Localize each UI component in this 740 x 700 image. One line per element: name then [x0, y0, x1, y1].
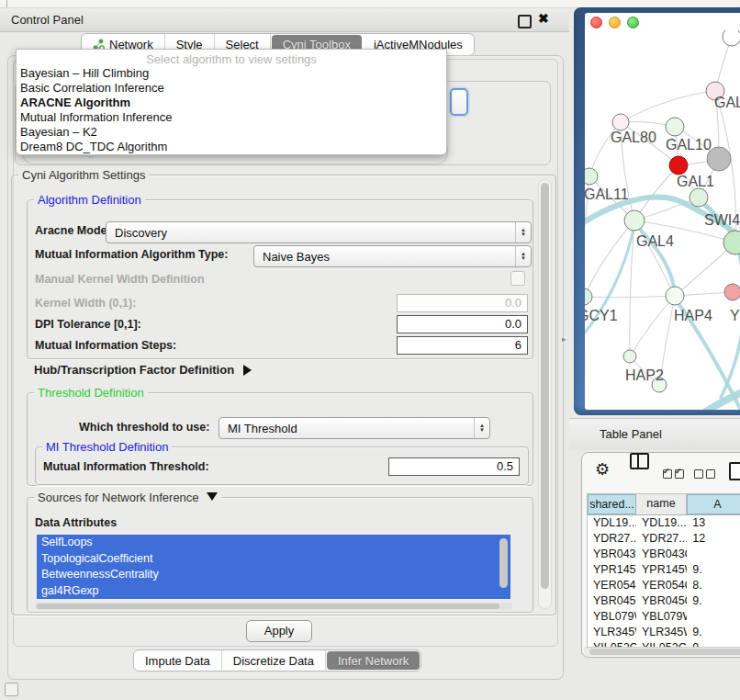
table-cell[interactable]: YLR345W [636, 625, 687, 640]
sources-group-title[interactable]: Sources for Network Inference [34, 491, 221, 504]
network-node-node-red[interactable] [669, 156, 688, 175]
select-all-columns-icon[interactable] [663, 466, 687, 482]
split-columns-icon[interactable] [630, 453, 649, 469]
network-node-GAL10[interactable] [666, 118, 684, 136]
table-cell[interactable]: 13 [687, 515, 740, 531]
table-row[interactable]: YDR27...YDR27...12 [588, 531, 740, 547]
which-threshold-combo[interactable]: MI Threshold ▲▼ [219, 417, 490, 439]
splitter-handle-icon[interactable]: ▸ [562, 334, 566, 344]
gear-icon[interactable]: ⚙ [595, 459, 610, 480]
table-horizontal-scrollbar[interactable] [584, 647, 740, 656]
table-cell[interactable] [687, 547, 740, 562]
hub-transcription-factor-expander[interactable]: Hub/Transcription Factor Definition [34, 363, 252, 377]
table-cell[interactable]: YBL079W [636, 609, 687, 625]
table-hscroll-thumb[interactable] [589, 649, 740, 655]
table-cell[interactable]: YDL19... [636, 515, 687, 531]
top-strip-divider [6, 0, 7, 7]
settings-scrollbar-track[interactable] [538, 179, 552, 609]
dropdown-item-bayesian-hill-climbing[interactable]: Bayesian – Hill Climbing [17, 66, 446, 81]
attributes-horizontal-scrollbar[interactable] [35, 603, 512, 610]
network-node-node-top-partial[interactable] [723, 30, 740, 46]
column-header-shared...[interactable]: shared... [588, 494, 636, 514]
attributes-hscroll-thumb[interactable] [37, 604, 499, 609]
network-node-GCY1[interactable] [585, 288, 592, 305]
table-row[interactable]: YLR345WYLR345W9. [588, 625, 740, 640]
table-row[interactable]: YBR045CYBR045C9. [588, 593, 740, 609]
data-attributes-list[interactable]: SelfLoops TopologicalCoefficient Between… [37, 535, 510, 599]
table-row[interactable]: YBR043CYBR043C [588, 547, 740, 562]
network-canvas[interactable]: GALGAL80GAL10GAL1GAL11SWI4GAL4GCY1HAP4YH… [585, 30, 740, 410]
table-cell[interactable]: 9. [687, 625, 740, 640]
network-view-window[interactable]: GALGAL80GAL10GAL1GAL11SWI4GAL4GCY1HAP4YH… [585, 13, 740, 410]
window-zoom-icon[interactable] [627, 17, 639, 28]
table-row[interactable]: YDL19...YDL19...13 [588, 515, 740, 531]
list-item-betweennesscentrality[interactable]: BetweennessCentrality [37, 567, 510, 583]
table-cell[interactable]: YBR045C [588, 593, 636, 609]
list-item-gal4rgexp[interactable]: gal4RGexp [37, 583, 510, 600]
network-node-HAP2[interactable] [623, 350, 636, 363]
tab-infer-network[interactable]: Infer Network [327, 651, 420, 670]
table-cell[interactable]: YIL052C [588, 640, 636, 647]
table-row[interactable]: YER054CYER054C8. [588, 578, 740, 593]
kernel-width-input[interactable]: 0.0 [397, 294, 528, 312]
window-close-icon[interactable] [590, 17, 602, 28]
table-cell[interactable]: 9. [687, 593, 740, 609]
table-cell[interactable]: YLR345W [588, 625, 636, 640]
column-header-A[interactable]: A [687, 494, 740, 514]
stepper-arrows-icon: ▲▼ [474, 418, 489, 438]
attributes-vertical-scrollbar[interactable] [499, 538, 508, 588]
table-cell[interactable]: YPR145W [588, 562, 636, 578]
table-cell[interactable]: YBL079W [588, 609, 636, 625]
table-row[interactable]: YIL052CYIL052C9. [588, 640, 740, 647]
table-cell[interactable]: YDR27... [636, 531, 687, 547]
table-cell[interactable]: 9. [687, 640, 740, 647]
apply-button[interactable]: Apply [246, 620, 312, 642]
dropdown-item-bayesian-k2[interactable]: Bayesian – K2 [17, 125, 446, 140]
dpi-tolerance-input[interactable]: 0.0 [397, 315, 528, 333]
network-node-GAL11[interactable] [585, 168, 598, 185]
network-node-GAL80[interactable] [612, 114, 629, 130]
dropdown-item-mutual-information[interactable]: Mutual Information Inference [17, 110, 446, 125]
table-cell[interactable] [687, 609, 740, 625]
column-header-name[interactable]: name [636, 494, 687, 514]
float-panel-icon[interactable] [518, 15, 532, 28]
mi-algorithm-type-combo[interactable]: Naive Bayes ▲▼ [253, 245, 532, 267]
list-item-selfloops[interactable]: SelfLoops [37, 535, 510, 551]
table-cell[interactable]: YIL052C [636, 640, 687, 647]
tab-impute-data[interactable]: Impute Data [134, 650, 222, 671]
table-cell[interactable]: YDL19... [588, 515, 636, 531]
table-row[interactable]: YBL079WYBL079W [588, 609, 740, 625]
mi-threshold-input[interactable]: 0.5 [388, 457, 520, 476]
dropdown-item-basic-correlation[interactable]: Basic Correlation Inference [17, 81, 446, 96]
settings-scrollbar-thumb[interactable] [541, 183, 549, 589]
mi-steps-input[interactable]: 6 [397, 336, 528, 355]
table-cell[interactable]: YER054C [636, 578, 687, 593]
list-item-topologicalcoefficient[interactable]: TopologicalCoefficient [37, 551, 510, 568]
network-node-GAL1[interactable] [690, 188, 708, 207]
aracne-mode-combo[interactable]: Discovery ▲▼ [106, 221, 532, 243]
close-panel-icon[interactable]: ✖ [538, 11, 549, 26]
table-cell[interactable]: 12 [687, 531, 740, 547]
tab-discretize-data[interactable]: Discretize Data [222, 650, 326, 671]
table-cell[interactable]: 9. [687, 562, 740, 578]
table-cell[interactable]: YBR043C [588, 547, 636, 562]
table-row[interactable]: YPR145WYPR145W9. [588, 562, 740, 578]
table-cell[interactable]: YER054C [588, 578, 636, 593]
network-edge [621, 91, 715, 122]
dropdown-item-dream8[interactable]: Dream8 DC_TDC Algorithm [17, 140, 446, 154]
table-cell[interactable]: YBR043C [636, 547, 687, 562]
table-cell[interactable]: 8. [687, 578, 740, 593]
network-node-HAP4[interactable] [666, 287, 684, 305]
deselect-all-columns-icon[interactable] [694, 466, 718, 482]
new-column-icon[interactable] [729, 462, 740, 480]
table-cell[interactable]: YBR045C [636, 593, 687, 609]
window-minimize-icon[interactable] [609, 17, 621, 28]
dpi-tolerance-label: DPI Tolerance [0,1]: [35, 318, 141, 331]
table-cell[interactable]: YDR27... [588, 531, 636, 547]
network-node-GAL4[interactable] [624, 210, 645, 231]
table-cell[interactable]: YPR145W [636, 562, 687, 578]
network-node-node-salmon[interactable] [724, 284, 740, 300]
dropdown-item-aracne[interactable]: ARACNE Algorithm [17, 96, 446, 110]
manual-kernel-width-checkbox[interactable] [510, 271, 525, 286]
dock-mini-icon[interactable] [5, 683, 18, 696]
